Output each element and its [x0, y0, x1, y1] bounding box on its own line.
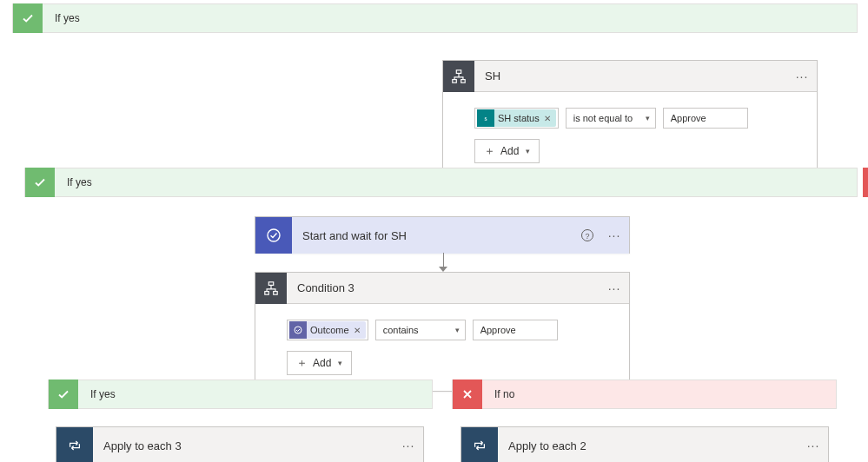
more-menu-button[interactable]: ···	[798, 439, 828, 452]
svg-rect-0	[456, 69, 461, 73]
operator-dropdown[interactable]: is not equal to ▾	[566, 108, 656, 129]
svg-rect-8	[265, 291, 269, 294]
inner-if-yes-branch[interactable]: If yes	[48, 380, 433, 409]
help-button[interactable]: ?	[575, 223, 600, 248]
condition-left-operand[interactable]: Outcome ✕	[287, 320, 368, 340]
svg-text:?: ?	[585, 232, 589, 241]
operator-label: contains	[383, 325, 419, 335]
sh-card-body: s SH status ✕ is not equal to ▾ Approve …	[443, 92, 817, 179]
remove-token-icon[interactable]: ✕	[354, 326, 361, 335]
condition3-body: Outcome ✕ contains ▾ Approve ＋ Add ▾	[255, 304, 629, 391]
more-menu-button[interactable]: ···	[600, 281, 629, 295]
add-condition-button[interactable]: ＋ Add ▾	[287, 351, 352, 375]
operator-dropdown[interactable]: contains ▾	[375, 320, 466, 340]
chevron-down-icon: ▾	[338, 359, 342, 367]
approval-action-card: Start and wait for SH ? ···	[255, 216, 630, 254]
loop-icon	[461, 427, 498, 462]
check-icon	[49, 380, 78, 409]
branch-label: If yes	[43, 12, 80, 24]
token-pill-sh-status[interactable]: s SH status ✕	[477, 109, 556, 127]
check-icon	[25, 168, 55, 197]
pill-label: SH status	[498, 113, 540, 123]
more-menu-button[interactable]: ···	[787, 69, 817, 83]
condition-row: s SH status ✕ is not equal to ▾ Approve	[474, 108, 785, 129]
token-pill-outcome[interactable]: Outcome ✕	[289, 321, 366, 339]
plus-icon: ＋	[484, 143, 495, 159]
condition-icon	[443, 61, 474, 92]
svg-point-4	[268, 229, 280, 241]
card-title: SH	[474, 69, 787, 82]
chevron-down-icon: ▾	[646, 114, 650, 122]
card-title: Apply to each 3	[93, 439, 394, 452]
card-title: Apply to each 2	[498, 439, 798, 452]
condition-left-operand[interactable]: s SH status ✕	[474, 108, 559, 129]
card-title: Condition 3	[287, 281, 600, 294]
apply-to-each-3-card: Apply to each 3 ···	[56, 426, 424, 462]
branch-label: If yes	[55, 176, 92, 188]
value-text: Approve	[671, 113, 706, 123]
condition3-card: Condition 3 ··· Outcome ✕ contains ▾ App…	[255, 272, 630, 392]
sh-condition-card: SH ··· s SH status ✕ is not equal to ▾ A…	[442, 60, 818, 180]
apply2-header[interactable]: Apply to each 2 ···	[461, 427, 828, 462]
approval-token-icon	[289, 321, 307, 339]
more-menu-button[interactable]: ···	[600, 228, 629, 242]
chevron-down-icon: ▾	[526, 147, 530, 155]
add-label: Add	[313, 357, 331, 369]
apply-to-each-2-card: Apply to each 2 ···	[461, 426, 829, 462]
branch-label: If no	[482, 388, 514, 400]
operator-label: is not equal to	[573, 113, 633, 123]
pill-label: Outcome	[310, 325, 349, 335]
close-icon	[453, 380, 482, 409]
loop-icon	[56, 427, 93, 462]
check-icon	[13, 3, 43, 33]
sh-card-header[interactable]: SH ···	[443, 61, 817, 92]
remove-token-icon[interactable]: ✕	[544, 114, 551, 123]
svg-rect-9	[274, 291, 278, 294]
chevron-down-icon: ▾	[455, 326, 460, 334]
add-condition-button[interactable]: ＋ Add ▾	[474, 139, 540, 163]
inner-if-no-branch[interactable]: If no	[452, 380, 837, 409]
approval-card-header[interactable]: Start and wait for SH ? ···	[255, 217, 629, 254]
svg-point-10	[295, 327, 301, 333]
approval-icon	[255, 217, 292, 254]
add-label: Add	[500, 145, 519, 157]
condition-icon	[255, 273, 287, 304]
more-menu-button[interactable]: ···	[394, 439, 423, 452]
condition-row: Outcome ✕ contains ▾ Approve	[287, 320, 598, 340]
svg-text:s: s	[484, 115, 487, 122]
apply3-header[interactable]: Apply to each 3 ···	[56, 427, 423, 462]
value-text: Approve	[480, 325, 516, 335]
condition-value-input[interactable]: Approve	[473, 320, 558, 340]
plus-icon: ＋	[296, 355, 308, 371]
mid-if-yes-branch[interactable]: If yes	[24, 168, 858, 197]
condition-value-input[interactable]: Approve	[663, 108, 748, 129]
if-no-branch-sliver	[863, 168, 868, 197]
svg-rect-2	[461, 79, 466, 82]
outer-if-yes-branch[interactable]: If yes	[12, 3, 858, 33]
flow-arrow	[438, 253, 448, 272]
condition3-header[interactable]: Condition 3 ···	[255, 273, 629, 304]
sharepoint-icon: s	[477, 109, 494, 127]
svg-rect-1	[453, 79, 457, 82]
branch-label: If yes	[78, 388, 116, 400]
card-title: Start and wait for SH	[292, 229, 575, 242]
svg-rect-7	[268, 281, 273, 285]
